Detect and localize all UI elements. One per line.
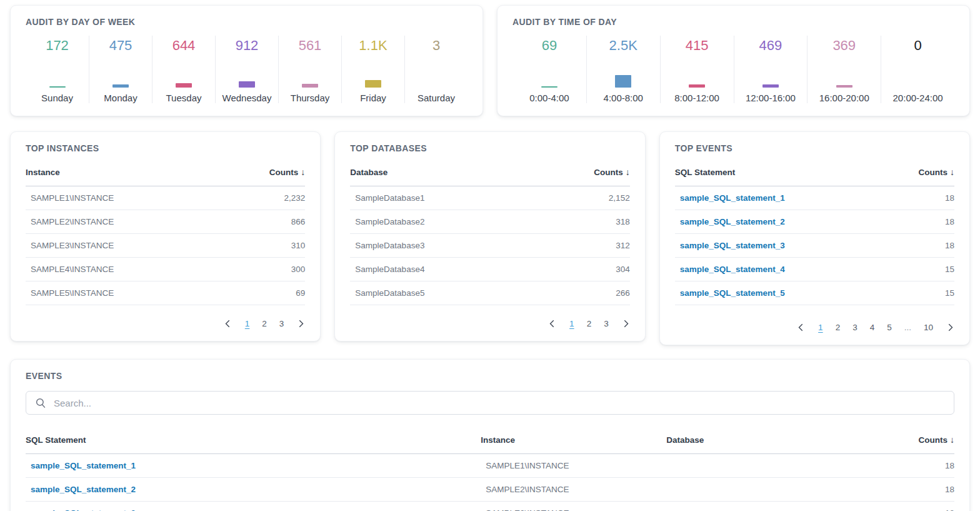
chevron-right-icon: [296, 319, 305, 328]
table-row: sample_SQL_statement_1SAMPLE1\INSTANCE18: [26, 454, 954, 478]
card-title-events: EVENTS: [26, 371, 954, 381]
page-number-1[interactable]: 1: [818, 323, 823, 332]
sql-statement-link[interactable]: sample_SQL_statement_2: [31, 485, 136, 494]
sql-statement-link[interactable]: sample_SQL_statement_1: [680, 193, 785, 203]
next-page-button[interactable]: [621, 319, 630, 328]
database-cell: [666, 478, 880, 502]
page-number-10[interactable]: 10: [924, 323, 933, 332]
database-cell: [666, 502, 880, 511]
events-search-box[interactable]: [26, 391, 954, 415]
sql-statement-cell: sample_SQL_statement_1: [26, 454, 481, 478]
card-title-top-databases: TOP DATABASES: [350, 143, 629, 153]
stat-bar-area: [836, 74, 852, 88]
table-row: SampleDatabase5266: [350, 281, 629, 305]
column-header-sql-statement[interactable]: SQL Statement: [26, 430, 481, 454]
column-header-instance[interactable]: Instance: [26, 162, 224, 186]
stat-value: 369: [832, 37, 856, 54]
sql-statement-link[interactable]: sample_SQL_statement_4: [680, 265, 785, 274]
column-header-counts[interactable]: Counts↓: [539, 162, 630, 186]
sql-statement-link[interactable]: sample_SQL_statement_3: [680, 241, 785, 250]
sort-desc-icon[interactable]: ↓: [950, 435, 954, 445]
sql-statement-link[interactable]: sample_SQL_statement_2: [680, 217, 785, 226]
next-page-button[interactable]: [946, 323, 954, 332]
stat-bar: [112, 84, 129, 88]
page-number-3[interactable]: 3: [852, 323, 858, 332]
page-number-2[interactable]: 2: [587, 319, 592, 328]
card-title-audit-by-time-of-day: AUDIT BY TIME OF DAY: [512, 17, 954, 27]
sql-statement-link[interactable]: sample_SQL_statement_5: [680, 288, 785, 298]
stat-label: Thursday: [291, 93, 330, 103]
top-databases-pagination: 123: [350, 319, 629, 328]
stat-label: Friday: [360, 93, 386, 103]
sort-desc-icon[interactable]: ↓: [301, 167, 305, 177]
stat-value: 644: [172, 37, 196, 54]
sql-statement-cell: sample_SQL_statement_1: [675, 186, 886, 210]
page-number-4[interactable]: 4: [870, 323, 875, 332]
sort-desc-icon[interactable]: ↓: [950, 167, 954, 177]
stat-bottom: 8:00-12:00: [661, 74, 734, 103]
name-text: SampleDatabase1: [355, 193, 424, 203]
stat-bar: [176, 83, 192, 88]
page-number-2[interactable]: 2: [262, 319, 267, 328]
page-number-2[interactable]: 2: [836, 323, 841, 332]
stat-label: 8:00-12:00: [674, 93, 719, 103]
stat-label: 12:00-16:00: [746, 93, 796, 103]
page-number-1[interactable]: 1: [569, 319, 574, 328]
table-row: sample_SQL_statement_2SAMPLE2\INSTANCE18: [26, 478, 954, 502]
column-header-counts[interactable]: Counts↓: [880, 430, 954, 454]
name-cell: SAMPLE4\INSTANCE: [26, 258, 224, 281]
stat-monday: 475Monday: [89, 36, 152, 103]
sort-desc-icon[interactable]: ↓: [626, 167, 630, 177]
stat-value: 912: [236, 37, 259, 54]
name-cell: SAMPLE1\INSTANCE: [26, 186, 224, 210]
stat-bottom: 0:00-4:00: [512, 74, 586, 103]
page-number-1[interactable]: 1: [245, 319, 250, 328]
table-row: SampleDatabase2318: [350, 210, 629, 234]
stat-friday: 1.1KFriday: [341, 36, 404, 103]
page-number-5[interactable]: 5: [887, 323, 892, 332]
column-header-counts[interactable]: Counts↓: [886, 162, 954, 186]
chevron-left-icon: [548, 319, 557, 328]
events-table: SQL Statement Instance Database Counts↓ …: [26, 430, 954, 511]
stat-value: 2.5K: [609, 37, 638, 54]
sql-statement-link[interactable]: sample_SQL_statement_3: [31, 508, 136, 511]
card-title-top-events: TOP EVENTS: [675, 143, 954, 153]
count-cell: 18: [880, 478, 954, 502]
stat-8-00-12-00: 4158:00-12:00: [660, 36, 734, 103]
name-text: SAMPLE4\INSTANCE: [31, 265, 114, 274]
count-cell: 312: [539, 234, 630, 258]
sql-statement-link[interactable]: sample_SQL_statement_1: [31, 461, 136, 470]
column-header-instance[interactable]: Instance: [481, 430, 666, 454]
chevron-left-icon: [224, 319, 232, 328]
time-of-day-stats: 690:00-4:002.5K4:00-8:004158:00-12:00469…: [512, 36, 954, 103]
top-instances-table: Instance Counts↓ SAMPLE1\INSTANCE2,232SA…: [26, 162, 305, 305]
column-header-counts[interactable]: Counts↓: [224, 162, 305, 186]
count-cell: 310: [224, 234, 305, 258]
instance-cell: SAMPLE1\INSTANCE: [481, 454, 666, 478]
events-search-input[interactable]: [54, 398, 945, 408]
column-header-database[interactable]: Database: [666, 430, 880, 454]
pagination-ellipsis: ...: [904, 323, 911, 332]
prev-page-button[interactable]: [548, 319, 557, 328]
column-header-sql-statement[interactable]: SQL Statement: [675, 162, 886, 186]
stat-bottom: Thursday: [279, 74, 341, 103]
table-row: sample_SQL_statement_118: [675, 186, 954, 210]
column-header-database[interactable]: Database: [350, 162, 539, 186]
card-events: EVENTS SQL Statement Instance Database C…: [10, 359, 970, 511]
count-cell: 15: [886, 281, 954, 305]
page-number-3[interactable]: 3: [279, 319, 284, 328]
table-row: sample_SQL_statement_3SAMPLE3\INSTANCE18: [26, 502, 954, 511]
prev-page-button[interactable]: [797, 323, 806, 332]
prev-page-button[interactable]: [224, 319, 232, 328]
count-cell: 18: [886, 186, 954, 210]
stat-bar: [302, 84, 318, 88]
count-cell: 866: [224, 210, 305, 234]
stat-saturday: 3Saturday: [404, 36, 468, 103]
card-title-audit-by-day-of-week: AUDIT BY DAY OF WEEK: [26, 17, 468, 27]
page-number-3[interactable]: 3: [604, 319, 609, 328]
table-row: SampleDatabase3312: [350, 234, 629, 258]
next-page-button[interactable]: [296, 319, 305, 328]
audit-dashboard: AUDIT BY DAY OF WEEK 172Sunday475Monday6…: [10, 5, 970, 511]
stat-12-00-16-00: 46912:00-16:00: [734, 36, 808, 103]
card-top-events: TOP EVENTS SQL Statement Counts↓ sample_…: [659, 131, 970, 345]
